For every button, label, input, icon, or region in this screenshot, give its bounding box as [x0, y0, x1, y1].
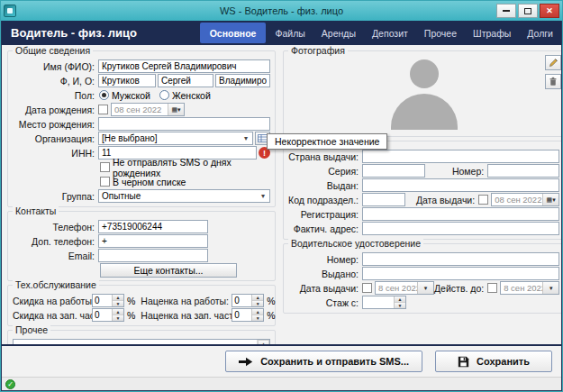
last-name-input[interactable] — [98, 74, 156, 87]
first-name-input[interactable] — [158, 74, 213, 87]
markup-work-spinner[interactable]: ▲▼ — [232, 294, 264, 307]
photo-group: Фотография — [283, 50, 561, 137]
scrollbar[interactable]: ▲ ▼ — [257, 340, 269, 344]
general-group: Общие сведения Имя (ФИО): Ф, И, О: Пол: — [7, 50, 276, 207]
tab-dolgi[interactable]: Долги — [519, 21, 561, 45]
markup-parts-spinner[interactable]: ▲▼ — [232, 308, 264, 322]
gender-male-radio[interactable] — [99, 90, 109, 100]
tab-depozit[interactable]: Депозит — [364, 21, 416, 45]
phone2-input[interactable] — [98, 234, 208, 248]
experience-spinner[interactable]: ▲▼ — [362, 296, 406, 309]
spin-down-icon[interactable]: ▼ — [252, 315, 263, 321]
discount-work-spinner[interactable]: ▲▼ — [92, 294, 124, 307]
spin-down-icon[interactable]: ▼ — [252, 301, 263, 306]
no-sms-checkbox[interactable] — [100, 162, 110, 172]
license-number-row: Номер: — [288, 252, 559, 266]
page-title: Водитель - физ. лицо — [2, 21, 146, 45]
license-issue-date-checkbox[interactable] — [362, 283, 372, 293]
license-issue-date-picker[interactable]: 8 сен 2022 ▾ — [375, 281, 434, 295]
scroll-up-icon[interactable]: ▲ — [258, 340, 269, 344]
phone-input[interactable] — [98, 220, 208, 233]
contacts-group: Контакты Телефон: Доп. телефон: Email: — [7, 211, 276, 281]
passport-number-input[interactable] — [487, 164, 559, 178]
spin-up-icon[interactable]: ▲ — [252, 295, 263, 301]
calendar-dropdown-icon[interactable]: ▦▾ — [168, 104, 184, 115]
percent-label: % — [127, 296, 135, 306]
gender-female-radio[interactable] — [159, 90, 169, 100]
delete-photo-button[interactable] — [545, 74, 561, 89]
spin-down-icon[interactable]: ▼ — [113, 315, 123, 321]
tab-faily[interactable]: Файлы — [267, 21, 313, 45]
service-row-2: Скидка на зап. части: ▲▼ % Наценка на за… — [13, 308, 270, 322]
valid-until-label: Действ. до: — [434, 283, 487, 294]
calendar-dropdown-icon[interactable]: ▦▾ — [542, 194, 558, 205]
footer: Сохранить и отправить SMS... Сохранить — [2, 344, 561, 377]
license-issued-input[interactable] — [362, 267, 559, 280]
trash-icon — [549, 77, 558, 87]
chevron-down-icon: ▾ — [257, 192, 269, 200]
middle-name-input[interactable] — [215, 74, 270, 87]
division-input[interactable] — [362, 193, 405, 206]
minimize-button[interactable] — [496, 4, 516, 18]
service-row-1: Скидка на работы: ▲▼ % Наценка на работы… — [13, 294, 270, 307]
edit-photo-button[interactable] — [545, 55, 561, 70]
misc-textarea[interactable]: ▲ ▼ — [13, 339, 270, 344]
organization-select[interactable]: [Не выбрано] ▾ — [98, 132, 253, 145]
save-button[interactable]: Сохранить — [435, 351, 552, 372]
valid-until-picker[interactable]: 8 сен 2022 ▾ — [500, 281, 559, 295]
fio-label: Ф, И, О: — [13, 76, 98, 87]
phone2-row: Доп. телефон: — [13, 234, 270, 248]
tab-osnovnoe[interactable]: Основное — [200, 23, 267, 43]
discount-parts-spinner[interactable]: ▲▼ — [92, 308, 124, 322]
spin-down-icon[interactable]: ▼ — [395, 303, 405, 308]
country-input[interactable] — [362, 150, 559, 163]
valid-until-checkbox[interactable] — [487, 283, 497, 293]
spin-up-icon[interactable]: ▲ — [395, 296, 405, 303]
passport-group: Паспорт Страна выдачи: Серия: Номер: Выд… — [283, 141, 561, 240]
calendar-dropdown-icon[interactable]: ▾ — [417, 282, 433, 294]
passport-issue-date-checkbox[interactable] — [478, 195, 488, 205]
close-button[interactable]: ✕ — [540, 4, 559, 18]
issued-input[interactable] — [362, 178, 559, 192]
tab-shtrafy[interactable]: Штрафы — [465, 21, 519, 45]
fio-row: Ф, И, О: — [13, 74, 270, 87]
tab-prochee[interactable]: Прочее — [416, 21, 465, 45]
license-group: Водительское удостоверение Номер: Выдано… — [283, 243, 561, 314]
percent-label: % — [267, 296, 275, 306]
license-number-input[interactable] — [362, 252, 559, 266]
birth-date-checkbox[interactable] — [98, 105, 108, 114]
spin-down-icon[interactable]: ▼ — [113, 301, 123, 306]
service-legend: Тех.обслуживание — [13, 279, 99, 290]
license-issued-row: Выдано: — [288, 267, 559, 280]
registration-input[interactable] — [362, 207, 559, 221]
spin-up-icon[interactable]: ▲ — [252, 309, 263, 315]
email-input[interactable] — [98, 249, 208, 262]
birth-place-input[interactable] — [98, 117, 270, 131]
spin-up-icon[interactable]: ▲ — [113, 309, 123, 315]
group-label: Группа: — [13, 191, 98, 202]
pencil-icon — [549, 58, 558, 68]
status-bar: ✓ — [2, 377, 561, 390]
calendar-dropdown-icon[interactable]: ▾ — [542, 282, 558, 294]
app-icon — [4, 5, 16, 17]
content: Общие сведения Имя (ФИО): Ф, И, О: Пол: — [2, 45, 561, 344]
blacklist-checkbox[interactable] — [100, 177, 110, 187]
passport-issue-date-picker[interactable]: 08 сен 2022 ▦▾ — [491, 193, 559, 206]
minimize-icon — [503, 10, 510, 12]
gender-female-label: Женской — [172, 90, 211, 101]
status-ok-icon: ✓ — [5, 379, 15, 389]
series-input[interactable] — [362, 164, 425, 178]
maximize-button[interactable] — [518, 4, 538, 18]
email-label: Email: — [13, 251, 98, 261]
save-and-sms-button[interactable]: Сохранить и отправить SMS... — [225, 351, 422, 372]
birth-date-picker[interactable]: 08 сен 2022 ▦▾ — [111, 103, 185, 116]
titlebar: WS - Водитель - физ. лицо ✕ — [1, 1, 562, 21]
chevron-down-icon: ▾ — [240, 134, 252, 142]
spin-up-icon[interactable]: ▲ — [113, 295, 123, 301]
more-contacts-button[interactable]: Еще контакты... — [100, 263, 237, 278]
group-select[interactable]: Опытные ▾ — [98, 189, 270, 203]
address-input[interactable] — [362, 222, 559, 235]
tab-arendy[interactable]: Аренды — [313, 21, 364, 45]
name-input[interactable] — [98, 59, 270, 73]
inn-label: ИНН: — [13, 148, 98, 159]
